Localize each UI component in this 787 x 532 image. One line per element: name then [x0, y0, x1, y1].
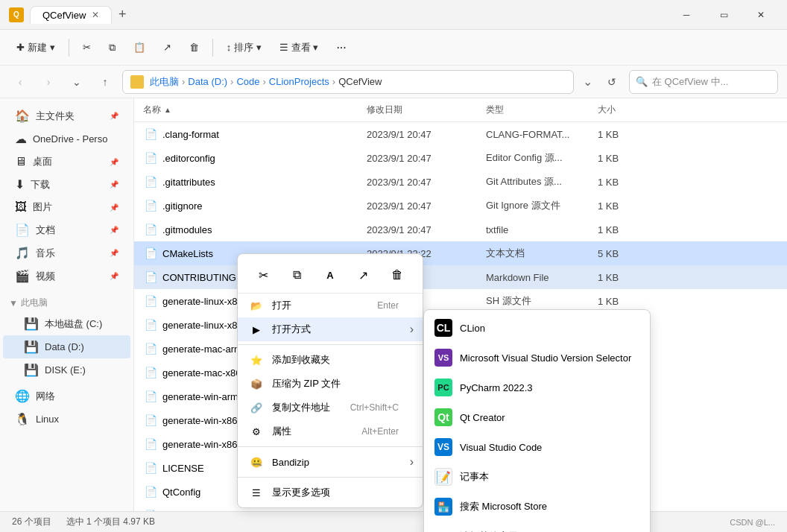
- paste-btn[interactable]: 📋: [126, 37, 153, 57]
- submenu-vscode[interactable]: VS Visual Studio Code: [424, 432, 650, 462]
- header-type[interactable]: 类型: [486, 104, 598, 116]
- sidebar-item-home[interactable]: 🏠 主文件夹 📌: [3, 104, 130, 127]
- ctx-bandizip[interactable]: 🤐 Bandizip: [238, 450, 423, 474]
- up-btn[interactable]: ↑: [94, 71, 116, 93]
- sidebar-label-linux: Linux: [36, 414, 59, 425]
- close-btn[interactable]: ✕: [744, 3, 778, 27]
- ctx-favorite-label: 添加到收藏夹: [272, 353, 411, 367]
- table-row[interactable]: 📄 CONTRIBUTING Markdown File 1 KB: [134, 265, 787, 289]
- file-name: .gitignore: [162, 200, 367, 212]
- delete-btn[interactable]: 🗑: [182, 37, 206, 57]
- sidebar-item-linux[interactable]: 🐧 Linux: [3, 408, 130, 431]
- sort-btn[interactable]: ↕ 排序 ▾: [219, 37, 269, 59]
- sidebar-item-onedrive[interactable]: ☁ OneDrive - Perso: [3, 127, 130, 151]
- breadcrumb-code[interactable]: Code: [236, 76, 259, 87]
- copy-icon: ⧉: [109, 42, 116, 54]
- ctx-open[interactable]: 📂 打开 Enter: [238, 294, 423, 317]
- file-icon: 📄: [143, 460, 158, 475]
- sidebar-item-download[interactable]: ⬇ 下载 📌: [3, 173, 130, 196]
- ctx-favorite[interactable]: ⭐ 添加到收藏夹: [238, 348, 423, 372]
- submenu-clion[interactable]: CL CLion: [424, 313, 650, 343]
- sidebar-item-c-drive[interactable]: 💾 本地磁盘 (C:): [3, 312, 130, 335]
- tab-close-btn[interactable]: ✕: [92, 10, 99, 20]
- new-tab-btn[interactable]: +: [112, 4, 133, 25]
- breadcrumb-clion[interactable]: CLionProjects: [269, 76, 329, 87]
- ctx-properties[interactable]: ⚙ 属性 Alt+Enter: [238, 419, 423, 443]
- sidebar-item-e-drive[interactable]: 💾 DISK (E:): [3, 358, 130, 381]
- sidebar-item-video[interactable]: 🎬 视频 📌: [3, 265, 130, 288]
- sidebar-label-network: 网络: [36, 390, 55, 403]
- sidebar-item-network[interactable]: 🌐 网络: [3, 384, 130, 408]
- ctx-open-with-label: 打开方式: [272, 323, 411, 336]
- header-size[interactable]: 大小: [598, 104, 657, 116]
- ctx-copypath-shortcut: Ctrl+Shift+C: [350, 402, 411, 413]
- statusbar-count: 26 个项目: [12, 516, 51, 528]
- ctx-share-btn[interactable]: ↗: [350, 262, 377, 288]
- header-date[interactable]: 修改日期: [367, 104, 486, 116]
- sidebar-group-thispc-label: 此电脑: [21, 297, 48, 309]
- maximize-btn[interactable]: ▭: [707, 3, 741, 27]
- table-row[interactable]: 📄 .editorconfig 2023/9/1 20:47 Editor Co…: [134, 146, 787, 170]
- submenu-other-app[interactable]: 选择其他应用: [424, 522, 650, 532]
- submenu-qtcreator[interactable]: Qt Qt Creator: [424, 402, 650, 432]
- ctx-zip[interactable]: 📦 压缩为 ZIP 文件: [238, 372, 423, 396]
- breadcrumb-d[interactable]: Data (D:): [188, 76, 227, 87]
- download-icon: ⬇: [15, 177, 25, 191]
- sidebar-item-pictures[interactable]: 🖼 图片 📌: [3, 196, 130, 218]
- down-btn[interactable]: ⌄: [66, 71, 88, 93]
- open-with-submenu: CL CLion VS Microsoft Visual Studio Vers…: [423, 309, 651, 532]
- table-row[interactable]: 📄 CMakeLists 2023/9/1 22:22 文本文档 5 KB: [134, 241, 787, 265]
- back-btn[interactable]: ‹: [9, 71, 31, 93]
- search-box[interactable]: 🔍 在 QCefView 中...: [629, 70, 778, 94]
- submenu-notepad[interactable]: 📝 记事本: [424, 462, 650, 492]
- file-type: Markdown File: [486, 272, 598, 283]
- addressbar: ‹ › ⌄ ↑ 此电脑 › Data (D:) › Code › CLionPr…: [0, 66, 787, 98]
- ctx-rename-btn[interactable]: A: [317, 262, 344, 288]
- breadcrumb[interactable]: 此电脑 › Data (D:) › Code › CLionProjects ›…: [122, 70, 574, 94]
- sidebar-label-video: 视频: [36, 270, 55, 283]
- sidebar-group-thispc[interactable]: ▼ 此电脑: [0, 294, 133, 312]
- separator-2: [212, 39, 213, 57]
- sort-label: 排序 ▾: [234, 41, 262, 54]
- forward-btn[interactable]: ›: [37, 71, 60, 93]
- refresh-btn[interactable]: ↺: [601, 71, 623, 93]
- table-row[interactable]: 📄 .gitmodules 2023/9/1 20:47 txtfile 1 K…: [134, 218, 787, 241]
- file-date: 2023/9/1 20:47: [367, 200, 486, 212]
- ctx-copypath[interactable]: 🔗 复制文件地址 Ctrl+Shift+C: [238, 396, 423, 419]
- breadcrumb-expand[interactable]: ⌄: [580, 70, 595, 94]
- sidebar-item-desktop[interactable]: 🖥 桌面 📌: [3, 151, 130, 173]
- submenu-pycharm[interactable]: PC PyCharm 2022.3: [424, 373, 650, 402]
- view-btn[interactable]: ☰ 查看 ▾: [272, 37, 326, 59]
- sidebar-item-d-drive[interactable]: 💾 Data (D:): [3, 335, 130, 358]
- copy-path-btn[interactable]: ↗: [156, 37, 179, 57]
- table-row[interactable]: 📄 .gitignore 2023/9/1 20:47 Git Ignore 源…: [134, 194, 787, 218]
- ctx-delete-btn[interactable]: 🗑: [384, 262, 411, 288]
- sidebar-label-pictures: 图片: [33, 200, 52, 214]
- menu-sep-2: [238, 446, 423, 447]
- ctx-more-options[interactable]: ☰ 显示更多选项: [238, 481, 423, 504]
- sidebar-item-docs[interactable]: 📄 文档 📌: [3, 218, 130, 241]
- sep1: ›: [182, 76, 185, 87]
- vs-icon: VS: [434, 349, 452, 367]
- submenu-vs[interactable]: VS Microsoft Visual Studio Version Selec…: [424, 343, 650, 373]
- table-row[interactable]: 📄 .clang-format 2023/9/1 20:47 CLANG-FOR…: [134, 122, 787, 146]
- sidebar-item-music[interactable]: 🎵 音乐 📌: [3, 241, 130, 265]
- more-btn[interactable]: ···: [329, 37, 353, 59]
- linux-icon: 🐧: [15, 412, 30, 426]
- ctx-cut-btn[interactable]: ✂: [250, 262, 276, 288]
- breadcrumb-pc[interactable]: 此电脑: [150, 75, 179, 89]
- table-row[interactable]: 📄 .gitattributes 2023/9/1 20:47 Git Attr…: [134, 170, 787, 194]
- new-btn[interactable]: ✚ 新建 ▾: [9, 37, 63, 59]
- header-name[interactable]: 名称 ▲: [143, 104, 367, 116]
- submenu-msstore[interactable]: 🏪 搜索 Microsoft Store: [424, 492, 650, 522]
- tab-qcefview[interactable]: QCefView ✕: [30, 6, 112, 24]
- context-menu: ✂ ⧉ A ↗ 🗑 📂 打开 Enter ▶ 打开方式 ⭐ 添加到收藏夹 📦 压…: [237, 253, 423, 508]
- ctx-copy-btn[interactable]: ⧉: [283, 262, 310, 288]
- file-name: .gitattributes: [162, 177, 367, 188]
- ctx-open-with[interactable]: ▶ 打开方式: [238, 317, 423, 341]
- file-size: 1 KB: [598, 272, 657, 283]
- minimize-btn[interactable]: ─: [669, 3, 704, 27]
- breadcrumb-qcefview[interactable]: QCefView: [338, 76, 382, 87]
- cut-btn[interactable]: ✂: [75, 37, 98, 57]
- copy-btn[interactable]: ⧉: [101, 37, 123, 58]
